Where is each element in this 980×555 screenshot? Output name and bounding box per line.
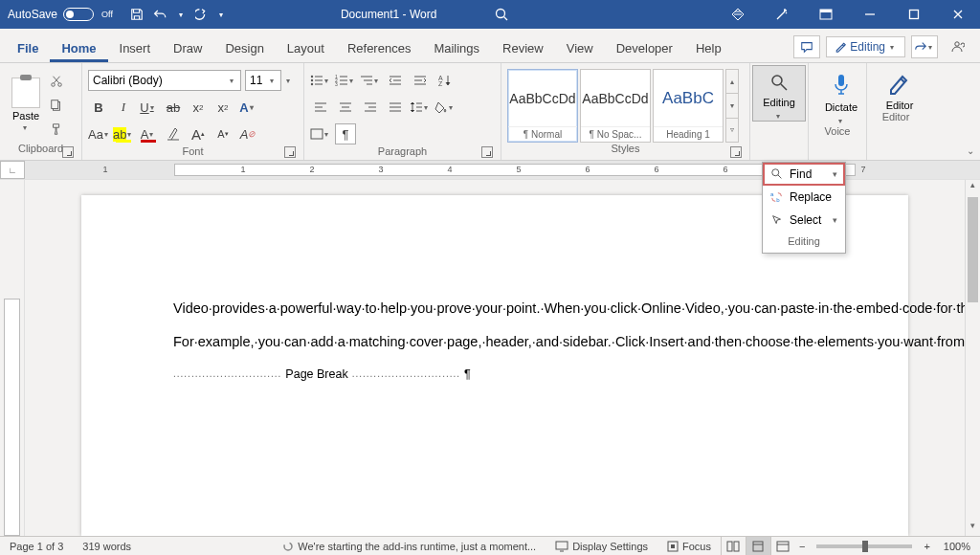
word-count[interactable]: 319 words <box>73 541 141 552</box>
grow-font-button[interactable]: A▴ <box>188 123 209 144</box>
web-layout-button[interactable] <box>770 537 795 556</box>
focus-mode-button[interactable]: Focus <box>657 541 721 552</box>
undo-dropdown-icon[interactable]: ▾ <box>179 11 186 19</box>
chevron-down-icon[interactable]: ▾ <box>726 94 738 118</box>
tab-draw[interactable]: Draw <box>162 33 213 62</box>
paragraph[interactable]: For·example,·you·can·add·a·matching·cove… <box>173 332 816 352</box>
find-button[interactable]: Find ▾ <box>763 163 845 186</box>
align-right-button[interactable] <box>360 97 381 118</box>
paste-button[interactable]: Paste ▾ <box>6 67 46 143</box>
numbering-button[interactable]: 123▾ <box>335 70 356 91</box>
tab-file[interactable]: File <box>6 33 50 62</box>
shrink-font-button[interactable]: A▾ <box>212 123 234 144</box>
display-settings-button[interactable]: Display Settings <box>546 541 657 552</box>
cut-icon[interactable] <box>48 74 65 89</box>
close-icon[interactable] <box>936 0 980 29</box>
align-center-button[interactable] <box>335 97 356 118</box>
shading-button[interactable]: ▾ <box>434 97 456 118</box>
maximize-icon[interactable] <box>892 0 936 29</box>
scroll-thumb[interactable] <box>968 197 978 302</box>
style-normal[interactable]: AaBbCcDd ¶ Normal <box>507 69 578 143</box>
zoom-out-button[interactable]: − <box>795 541 809 552</box>
qat-customize-icon[interactable]: ▾ <box>219 11 226 19</box>
tab-developer[interactable]: Developer <box>605 33 684 62</box>
superscript-button[interactable]: x2 <box>212 97 234 118</box>
font-color-button[interactable]: A▾ <box>138 123 159 144</box>
search-icon[interactable] <box>494 7 509 22</box>
chevron-down-icon[interactable]: ▾ <box>286 77 293 85</box>
italic-button[interactable]: I <box>113 97 134 118</box>
tab-design[interactable]: Design <box>213 33 275 62</box>
share-button[interactable]: ▾ <box>911 35 938 58</box>
comments-button[interactable] <box>793 35 820 58</box>
borders-button[interactable]: ▾ <box>310 123 331 144</box>
save-icon[interactable] <box>130 8 144 21</box>
subscript-button[interactable]: x2 <box>188 97 209 118</box>
collapse-ribbon-icon[interactable]: ⌄ <box>967 145 974 156</box>
highlight-button[interactable]: ab▾ <box>113 123 134 144</box>
font-name-combo[interactable]: Calibri (Body) ▾ <box>88 70 241 91</box>
chevron-down-icon[interactable]: ▾ <box>833 215 837 225</box>
replace-button[interactable]: ab Replace <box>763 186 845 209</box>
chevron-down-icon[interactable]: ▾ <box>833 169 837 179</box>
editing-mode-button[interactable]: Editing ▾ <box>826 36 905 57</box>
show-hide-button[interactable]: ¶ <box>335 123 356 144</box>
increase-indent-button[interactable] <box>410 70 431 91</box>
print-layout-button[interactable] <box>746 537 770 556</box>
zoom-in-button[interactable]: + <box>920 541 933 552</box>
change-case-button[interactable]: Aa▾ <box>88 123 109 144</box>
autosave-toggle[interactable]: AutoSave Off <box>0 8 121 21</box>
zoom-slider-thumb[interactable] <box>862 541 868 552</box>
tab-selector[interactable]: ∟ <box>0 161 25 179</box>
scroll-up-icon[interactable]: ▴ <box>966 180 980 195</box>
style-heading1[interactable]: AaBbC Heading 1 <box>653 69 724 143</box>
zoom-slider[interactable] <box>816 544 912 548</box>
diamond-icon[interactable] <box>716 0 760 29</box>
tab-review[interactable]: Review <box>491 33 555 62</box>
editing-dropdown-button[interactable]: Editing ▾ <box>752 65 806 122</box>
clipboard-dialog-launcher[interactable] <box>62 146 74 158</box>
styles-dialog-launcher[interactable] <box>730 146 742 158</box>
tab-insert[interactable]: Insert <box>108 33 163 62</box>
account-icon[interactable] <box>944 35 970 58</box>
decrease-indent-button[interactable] <box>385 70 406 91</box>
font-size-combo[interactable]: 11 ▾ <box>245 70 281 91</box>
select-button[interactable]: Select ▾ <box>763 209 845 232</box>
align-left-button[interactable] <box>310 97 331 118</box>
sort-button[interactable]: AZ <box>434 70 456 91</box>
magic-wand-icon[interactable] <box>760 0 804 29</box>
tab-mailings[interactable]: Mailings <box>422 33 491 62</box>
underline-button[interactable]: U▾ <box>138 97 159 118</box>
dictate-button[interactable]: Dictate ▾ <box>814 67 868 125</box>
page-count[interactable]: Page 1 of 3 <box>0 541 73 552</box>
tab-view[interactable]: View <box>555 33 605 62</box>
paragraph[interactable]: Video·provides·a·powerful·way·to·help·yo… <box>173 299 816 319</box>
styles-expand-icon[interactable]: ▿ <box>726 119 738 142</box>
undo-icon[interactable] <box>153 8 168 21</box>
paragraph-dialog-launcher[interactable] <box>481 146 493 158</box>
tab-home[interactable]: Home <box>50 33 107 62</box>
autosave-switch[interactable] <box>63 8 94 21</box>
multilevel-list-button[interactable]: ▾ <box>360 70 381 91</box>
tab-help[interactable]: Help <box>684 33 733 62</box>
clear-formatting-button[interactable]: A⊘ <box>237 123 258 144</box>
copy-icon[interactable] <box>48 98 65 113</box>
chevron-up-icon[interactable]: ▴ <box>726 70 738 94</box>
text-effects-button[interactable]: A▾ <box>237 97 258 118</box>
vertical-scrollbar[interactable]: ▴ ▾ <box>965 180 980 536</box>
styles-gallery-scroll[interactable]: ▴ ▾ ▿ <box>725 69 739 143</box>
line-spacing-button[interactable]: ▾ <box>410 97 431 118</box>
tab-references[interactable]: References <box>336 33 422 62</box>
font-dialog-launcher[interactable] <box>284 146 296 158</box>
bullets-button[interactable]: ▾ <box>310 70 331 91</box>
vertical-ruler[interactable] <box>0 180 25 536</box>
minimize-icon[interactable] <box>848 0 892 29</box>
ribbon-display-icon[interactable] <box>804 0 848 29</box>
scroll-down-icon[interactable]: ▾ <box>966 521 980 536</box>
justify-button[interactable] <box>385 97 406 118</box>
format-painter-icon[interactable] <box>48 122 65 137</box>
style-no-spacing[interactable]: AaBbCcDd ¶ No Spac... <box>580 69 651 143</box>
editor-button[interactable]: Editor <box>873 67 926 111</box>
redo-icon[interactable] <box>195 8 209 21</box>
bold-button[interactable]: B <box>88 97 109 118</box>
